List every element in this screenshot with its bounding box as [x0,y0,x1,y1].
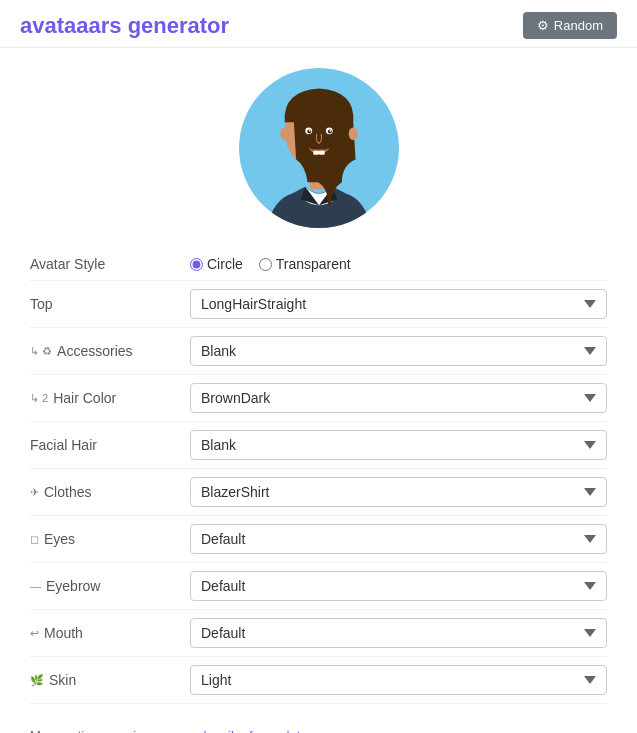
option-control-mouth: DefaultConcernedDisbeliefEatingGrimaceSa… [190,618,607,648]
footer-text: More options coming soon, subscribe for … [0,714,637,733]
option-row-eyebrow: —EyebrowDefaultAngryAngryNaturalDefaultN… [30,563,607,610]
hair-color-icon: ↳ 2 [30,392,48,405]
option-control-skin: LightTannedYellowPaleGoldBrownDarkBrownB… [190,665,607,695]
option-row-clothes: ✈ClothesBlazerShirtBlazerSweaterCollarSw… [30,469,607,516]
option-label-eyebrow: —Eyebrow [30,578,190,594]
option-row-accessories: ↳ ♻AccessoriesBlankKurtPrescription01Pre… [30,328,607,375]
select-eyes[interactable]: DefaultCloseCryDizzyEyeRollHappyHeartsSi… [190,524,607,554]
option-label-clothes: ✈Clothes [30,484,190,500]
options-area: Avatar Style Circle Transparent TopLongH… [0,238,637,714]
option-control-clothes: BlazerShirtBlazerSweaterCollarSweaterGra… [190,477,607,507]
option-label-accessories: ↳ ♻Accessories [30,343,190,359]
svg-point-5 [309,130,311,132]
option-label-hair-color: ↳ 2Hair Color [30,390,190,406]
option-control-eyes: DefaultCloseCryDizzyEyeRollHappyHeartsSi… [190,524,607,554]
avatar-style-label: Avatar Style [30,256,190,272]
random-icon: ⚙ [537,18,549,33]
select-top[interactable]: LongHairStraightLongHairBobShortHairShor… [190,289,607,319]
svg-rect-8 [319,151,325,155]
random-button[interactable]: ⚙ Random [523,12,617,39]
select-eyebrow[interactable]: DefaultAngryAngryNaturalDefaultNaturalFl… [190,571,607,601]
option-control-eyebrow: DefaultAngryAngryNaturalDefaultNaturalFl… [190,571,607,601]
app-title: avataaars generator [20,13,229,39]
header: avataaars generator ⚙ Random [0,0,637,48]
option-rows: TopLongHairStraightLongHairBobShortHairS… [30,281,607,704]
avatar-style-row: Avatar Style Circle Transparent [30,248,607,281]
option-label-top: Top [30,296,190,312]
accessories-icon: ↳ ♻ [30,345,52,358]
skin-icon: 🌿 [30,674,44,687]
style-transparent-radio[interactable] [259,258,272,271]
select-facial-hair[interactable]: BlankBeardLightBeardMagesticBeardMediumM… [190,430,607,460]
option-label-skin: 🌿Skin [30,672,190,688]
avatar-svg [239,68,399,228]
option-control-accessories: BlankKurtPrescription01Prescription02Rou… [190,336,607,366]
svg-point-9 [280,127,289,140]
style-transparent-option[interactable]: Transparent [259,256,351,272]
svg-point-6 [329,130,331,132]
option-control-facial-hair: BlankBeardLightBeardMagesticBeardMediumM… [190,430,607,460]
avatar-style-control: Circle Transparent [190,256,607,272]
option-row-top: TopLongHairStraightLongHairBobShortHairS… [30,281,607,328]
select-mouth[interactable]: DefaultConcernedDisbeliefEatingGrimaceSa… [190,618,607,648]
eyebrow-icon: — [30,580,41,592]
avatar-preview-area [0,48,637,238]
select-skin[interactable]: LightTannedYellowPaleGoldBrownDarkBrownB… [190,665,607,695]
mouth-icon: ↩ [30,627,39,640]
svg-rect-7 [313,151,319,155]
option-control-top: LongHairStraightLongHairBobShortHairShor… [190,289,607,319]
option-row-eyes: ◻EyesDefaultCloseCryDizzyEyeRollHappyHea… [30,516,607,563]
option-row-mouth: ↩MouthDefaultConcernedDisbeliefEatingGri… [30,610,607,657]
svg-point-10 [348,127,357,140]
avatar-circle [239,68,399,228]
style-circle-radio[interactable] [190,258,203,271]
style-circle-option[interactable]: Circle [190,256,243,272]
clothes-icon: ✈ [30,486,39,499]
select-accessories[interactable]: BlankKurtPrescription01Prescription02Rou… [190,336,607,366]
option-row-facial-hair: Facial HairBlankBeardLightBeardMagesticB… [30,422,607,469]
option-row-skin: 🌿SkinLightTannedYellowPaleGoldBrownDarkB… [30,657,607,704]
option-control-hair-color: BrownDarkAuburnBlackBlondeBlondeGoldenBr… [190,383,607,413]
subscribe-link[interactable]: subscribe for updates [190,728,314,733]
option-label-facial-hair: Facial Hair [30,437,190,453]
select-hair-color[interactable]: BrownDarkAuburnBlackBlondeBlondeGoldenBr… [190,383,607,413]
option-row-hair-color: ↳ 2Hair ColorBrownDarkAuburnBlackBlondeB… [30,375,607,422]
option-label-eyes: ◻Eyes [30,531,190,547]
select-clothes[interactable]: BlazerShirtBlazerSweaterCollarSweaterGra… [190,477,607,507]
eyes-icon: ◻ [30,533,39,546]
option-label-mouth: ↩Mouth [30,625,190,641]
